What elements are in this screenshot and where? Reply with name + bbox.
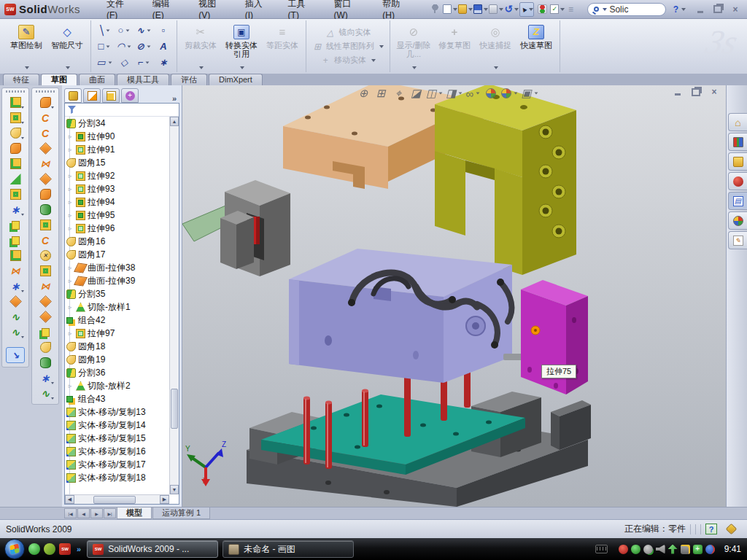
graphics-viewport[interactable]: ⊕⊞⌖◪◫◨∞▣ × 拉伸75 Y Z X [182,85,726,507]
dropdown-caret-icon[interactable] [51,397,54,400]
dropdown-caret-icon[interactable] [21,106,24,109]
sketch-entity-button[interactable]: ╲ [95,25,114,36]
tool-button[interactable] [8,295,23,308]
quick-launch-icon[interactable] [44,543,55,555]
tree-item[interactable]: ▹ 实体-移动/复制15 [65,432,169,445]
expand-arrow-icon[interactable]: ▹ [66,382,74,389]
dropdown-caret-icon[interactable] [126,29,130,31]
tool-button[interactable] [8,172,23,186]
task-pane-tab[interactable] [728,152,747,171]
toolbar-icon[interactable] [535,2,549,17]
sketch-entity-button[interactable]: A [154,41,173,52]
dropdown-caret-icon[interactable] [66,66,70,69]
tool-button[interactable] [6,347,25,363]
dropdown-caret-icon[interactable] [147,45,151,47]
ribbon-button[interactable]: 快速捕捉 [476,22,515,71]
ribbon-stack-button[interactable]: +移动实体 [320,55,376,66]
view-tool-icon[interactable]: ⌖ [391,86,406,101]
toolbar-expand-icon[interactable]: » [77,545,81,553]
scroll-thumb[interactable] [93,496,136,504]
toolbar-icon[interactable] [443,2,457,17]
dropdown-caret-icon[interactable] [514,92,518,94]
taskbar-window-button[interactable]: 未命名 - 画图 [222,540,354,558]
dropdown-caret-icon[interactable] [379,45,384,48]
panel-more-button[interactable]: » [169,94,179,103]
tree-item[interactable]: ▹ 实体-移动/复制14 [65,419,169,432]
tree-item[interactable]: ▹ 拉伸95 [65,209,169,222]
dropdown-caret-icon[interactable] [439,92,443,94]
tree-item[interactable]: ▹ 组合42 [65,314,169,327]
tool-button[interactable] [38,279,53,293]
scroll-down-icon[interactable]: ▼ [170,485,179,494]
sketch-entity-button[interactable]: ○ [115,25,133,36]
ribbon-stack-button[interactable]: △镜向实体 [325,27,371,38]
toolbar-icon[interactable] [504,2,519,17]
model-3d-view[interactable] [182,85,726,507]
tree-item[interactable]: ▹ 曲面-拉伸39 [65,274,169,287]
dropdown-caret-icon[interactable] [412,66,417,69]
horizontal-scrollbar[interactable]: ◀ ▶ [65,494,169,504]
task-pane-tab[interactable] [728,113,747,131]
view-tool-icon[interactable] [500,86,518,101]
ribbon-stack-button[interactable]: ⊞线性草图阵列 [312,41,384,52]
dropdown-caret-icon[interactable] [371,59,376,62]
doc-close-button[interactable]: × [708,87,720,97]
view-tool-icon[interactable] [483,86,498,101]
dropdown-caret-icon[interactable] [21,137,24,139]
dropdown-caret-icon[interactable] [468,8,473,11]
search-box[interactable]: Solic [587,3,665,16]
doc-restore-button[interactable] [690,87,702,97]
scroll-thumb[interactable] [171,389,178,429]
tool-button[interactable] [8,218,23,232]
dropdown-caret-icon[interactable] [494,66,498,69]
tree-item[interactable]: ▹ 组合43 [65,392,169,405]
dropdown-caret-icon[interactable] [51,106,54,109]
tree-item[interactable]: ▹ 拉伸94 [65,195,169,209]
ribbon-button[interactable]: 快速草图 [516,22,556,71]
panel-tab[interactable] [83,88,101,103]
tree-item[interactable]: ▹ 分割35 [65,287,169,300]
dropdown-caret-icon[interactable] [459,92,462,94]
tray-icon[interactable] [656,545,665,554]
tool-button[interactable] [8,310,23,324]
tool-button[interactable] [38,96,53,109]
toolbar-icon[interactable] [565,2,580,17]
tool-button[interactable] [8,187,23,201]
tree-item[interactable]: ▹ 拉伸92 [65,169,169,182]
vertical-scrollbar[interactable]: ▲ ▼ [169,117,179,494]
tree-item[interactable]: ▹ 拉伸93 [65,182,169,195]
expand-arrow-icon[interactable]: ▹ [66,211,74,219]
sketch-entity-button[interactable]: ◇ [115,57,133,68]
help-button[interactable]: ? [673,4,678,15]
tree-filter-row[interactable] [65,104,179,117]
dropdown-caret-icon[interactable] [21,290,24,292]
sketch-entity-button[interactable]: ∗ [154,57,173,68]
dropdown-caret-icon[interactable] [25,66,29,69]
tool-button[interactable] [38,187,53,201]
toolbar-icon[interactable] [458,2,473,17]
quick-launch-icon[interactable]: SW [59,543,71,555]
command-tab[interactable]: 曲面 [79,74,115,85]
tree-item[interactable]: ▹ 实体-移动/复制16 [65,445,169,458]
tree-item[interactable]: ▹ 拉伸96 [65,222,169,235]
task-pane-tab[interactable] [728,172,747,190]
task-pane-tab[interactable] [728,192,747,210]
sketch-entity-button[interactable]: ◠ [115,41,133,52]
task-pane-tab[interactable] [728,211,747,230]
dropdown-caret-icon[interactable] [107,45,110,47]
tool-button[interactable] [8,325,23,339]
expand-arrow-icon[interactable]: ▹ [66,185,74,192]
view-tool-icon[interactable]: ▣ [521,86,538,101]
expand-arrow-icon[interactable]: ▹ [66,146,74,153]
dropdown-caret-icon[interactable] [21,122,24,124]
tree-item[interactable]: ▹ 实体-移动/复制18 [65,471,169,484]
tool-button[interactable] [38,126,53,140]
tray-icon[interactable] [643,545,653,554]
tree-item[interactable]: ▹ 曲面-拉伸38 [65,261,169,274]
panel-tab[interactable] [102,88,120,103]
toolbar-icon[interactable] [550,2,565,17]
view-tool-icon[interactable]: ◨ [446,86,462,101]
dropdown-caret-icon[interactable] [529,8,533,11]
tree-item[interactable]: ▹ 圆角19 [65,353,169,366]
view-tool-icon[interactable]: ◪ [409,86,423,101]
